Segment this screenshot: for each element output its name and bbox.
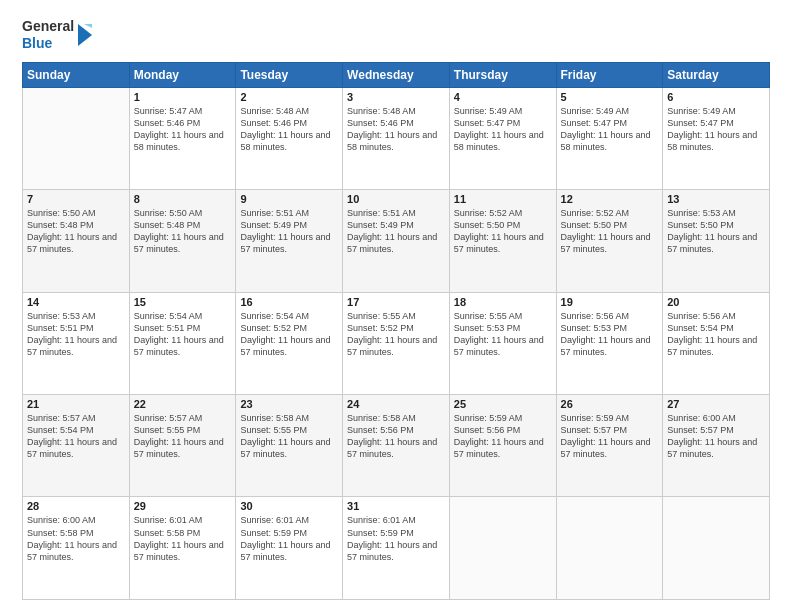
calendar-cell: 5 Sunrise: 5:49 AM Sunset: 5:47 PM Dayli… xyxy=(556,87,663,189)
cell-day-number: 26 xyxy=(561,398,659,410)
cell-day-number: 13 xyxy=(667,193,765,205)
calendar-cell: 21 Sunrise: 5:57 AM Sunset: 5:54 PM Dayl… xyxy=(23,395,130,497)
cell-info: Sunrise: 5:59 AM Sunset: 5:56 PM Dayligh… xyxy=(454,413,544,459)
cell-day-number: 29 xyxy=(134,500,232,512)
cell-day-number: 20 xyxy=(667,296,765,308)
page: General Blue SundayMondayTuesdayWednesda… xyxy=(0,0,792,612)
calendar-day-header: Thursday xyxy=(449,62,556,87)
cell-info: Sunrise: 5:52 AM Sunset: 5:50 PM Dayligh… xyxy=(561,208,651,254)
cell-info: Sunrise: 5:57 AM Sunset: 5:54 PM Dayligh… xyxy=(27,413,117,459)
cell-day-number: 11 xyxy=(454,193,552,205)
cell-day-number: 1 xyxy=(134,91,232,103)
calendar-cell: 13 Sunrise: 5:53 AM Sunset: 5:50 PM Dayl… xyxy=(663,190,770,292)
calendar-cell: 3 Sunrise: 5:48 AM Sunset: 5:46 PM Dayli… xyxy=(343,87,450,189)
cell-day-number: 8 xyxy=(134,193,232,205)
cell-info: Sunrise: 6:00 AM Sunset: 5:57 PM Dayligh… xyxy=(667,413,757,459)
calendar-cell: 15 Sunrise: 5:54 AM Sunset: 5:51 PM Dayl… xyxy=(129,292,236,394)
cell-day-number: 14 xyxy=(27,296,125,308)
calendar-header-row: SundayMondayTuesdayWednesdayThursdayFrid… xyxy=(23,62,770,87)
cell-day-number: 18 xyxy=(454,296,552,308)
calendar-week-row: 1 Sunrise: 5:47 AM Sunset: 5:46 PM Dayli… xyxy=(23,87,770,189)
calendar-week-row: 21 Sunrise: 5:57 AM Sunset: 5:54 PM Dayl… xyxy=(23,395,770,497)
cell-day-number: 12 xyxy=(561,193,659,205)
calendar-cell: 28 Sunrise: 6:00 AM Sunset: 5:58 PM Dayl… xyxy=(23,497,130,600)
cell-day-number: 19 xyxy=(561,296,659,308)
cell-day-number: 9 xyxy=(240,193,338,205)
cell-day-number: 27 xyxy=(667,398,765,410)
calendar-cell: 23 Sunrise: 5:58 AM Sunset: 5:55 PM Dayl… xyxy=(236,395,343,497)
calendar-cell: 31 Sunrise: 6:01 AM Sunset: 5:59 PM Dayl… xyxy=(343,497,450,600)
cell-info: Sunrise: 5:55 AM Sunset: 5:53 PM Dayligh… xyxy=(454,311,544,357)
calendar-cell: 10 Sunrise: 5:51 AM Sunset: 5:49 PM Dayl… xyxy=(343,190,450,292)
cell-info: Sunrise: 5:54 AM Sunset: 5:51 PM Dayligh… xyxy=(134,311,224,357)
cell-info: Sunrise: 5:50 AM Sunset: 5:48 PM Dayligh… xyxy=(134,208,224,254)
calendar-cell: 12 Sunrise: 5:52 AM Sunset: 5:50 PM Dayl… xyxy=(556,190,663,292)
calendar-day-header: Friday xyxy=(556,62,663,87)
cell-info: Sunrise: 5:56 AM Sunset: 5:53 PM Dayligh… xyxy=(561,311,651,357)
cell-info: Sunrise: 5:48 AM Sunset: 5:46 PM Dayligh… xyxy=(240,106,330,152)
cell-info: Sunrise: 5:59 AM Sunset: 5:57 PM Dayligh… xyxy=(561,413,651,459)
calendar-cell: 9 Sunrise: 5:51 AM Sunset: 5:49 PM Dayli… xyxy=(236,190,343,292)
cell-info: Sunrise: 5:50 AM Sunset: 5:48 PM Dayligh… xyxy=(27,208,117,254)
header: General Blue xyxy=(22,18,770,52)
cell-info: Sunrise: 5:53 AM Sunset: 5:51 PM Dayligh… xyxy=(27,311,117,357)
calendar-cell: 27 Sunrise: 6:00 AM Sunset: 5:57 PM Dayl… xyxy=(663,395,770,497)
cell-day-number: 31 xyxy=(347,500,445,512)
cell-day-number: 16 xyxy=(240,296,338,308)
calendar-cell: 8 Sunrise: 5:50 AM Sunset: 5:48 PM Dayli… xyxy=(129,190,236,292)
calendar-week-row: 7 Sunrise: 5:50 AM Sunset: 5:48 PM Dayli… xyxy=(23,190,770,292)
calendar-cell xyxy=(556,497,663,600)
cell-day-number: 24 xyxy=(347,398,445,410)
calendar-day-header: Saturday xyxy=(663,62,770,87)
cell-info: Sunrise: 6:01 AM Sunset: 5:58 PM Dayligh… xyxy=(134,515,224,561)
calendar-day-header: Sunday xyxy=(23,62,130,87)
calendar-cell: 24 Sunrise: 5:58 AM Sunset: 5:56 PM Dayl… xyxy=(343,395,450,497)
cell-day-number: 5 xyxy=(561,91,659,103)
cell-day-number: 3 xyxy=(347,91,445,103)
cell-day-number: 30 xyxy=(240,500,338,512)
cell-info: Sunrise: 5:49 AM Sunset: 5:47 PM Dayligh… xyxy=(667,106,757,152)
cell-info: Sunrise: 5:58 AM Sunset: 5:56 PM Dayligh… xyxy=(347,413,437,459)
cell-info: Sunrise: 5:54 AM Sunset: 5:52 PM Dayligh… xyxy=(240,311,330,357)
cell-info: Sunrise: 5:55 AM Sunset: 5:52 PM Dayligh… xyxy=(347,311,437,357)
cell-day-number: 28 xyxy=(27,500,125,512)
calendar-cell: 7 Sunrise: 5:50 AM Sunset: 5:48 PM Dayli… xyxy=(23,190,130,292)
calendar-day-header: Wednesday xyxy=(343,62,450,87)
cell-info: Sunrise: 5:53 AM Sunset: 5:50 PM Dayligh… xyxy=(667,208,757,254)
calendar-cell: 19 Sunrise: 5:56 AM Sunset: 5:53 PM Dayl… xyxy=(556,292,663,394)
calendar-day-header: Monday xyxy=(129,62,236,87)
cell-info: Sunrise: 6:01 AM Sunset: 5:59 PM Dayligh… xyxy=(347,515,437,561)
cell-info: Sunrise: 5:57 AM Sunset: 5:55 PM Dayligh… xyxy=(134,413,224,459)
calendar-cell: 16 Sunrise: 5:54 AM Sunset: 5:52 PM Dayl… xyxy=(236,292,343,394)
cell-day-number: 4 xyxy=(454,91,552,103)
calendar-cell: 29 Sunrise: 6:01 AM Sunset: 5:58 PM Dayl… xyxy=(129,497,236,600)
cell-day-number: 17 xyxy=(347,296,445,308)
cell-day-number: 2 xyxy=(240,91,338,103)
cell-day-number: 22 xyxy=(134,398,232,410)
calendar-cell: 11 Sunrise: 5:52 AM Sunset: 5:50 PM Dayl… xyxy=(449,190,556,292)
calendar-cell xyxy=(449,497,556,600)
cell-info: Sunrise: 5:56 AM Sunset: 5:54 PM Dayligh… xyxy=(667,311,757,357)
cell-day-number: 6 xyxy=(667,91,765,103)
calendar-cell: 25 Sunrise: 5:59 AM Sunset: 5:56 PM Dayl… xyxy=(449,395,556,497)
calendar-cell: 20 Sunrise: 5:56 AM Sunset: 5:54 PM Dayl… xyxy=(663,292,770,394)
cell-day-number: 10 xyxy=(347,193,445,205)
cell-info: Sunrise: 6:00 AM Sunset: 5:58 PM Dayligh… xyxy=(27,515,117,561)
cell-info: Sunrise: 5:49 AM Sunset: 5:47 PM Dayligh… xyxy=(454,106,544,152)
logo-chevron-icon xyxy=(76,20,96,50)
svg-marker-1 xyxy=(84,24,92,28)
svg-marker-0 xyxy=(78,24,92,46)
calendar-day-header: Tuesday xyxy=(236,62,343,87)
calendar-cell: 18 Sunrise: 5:55 AM Sunset: 5:53 PM Dayl… xyxy=(449,292,556,394)
calendar-cell: 1 Sunrise: 5:47 AM Sunset: 5:46 PM Dayli… xyxy=(129,87,236,189)
logo: General Blue xyxy=(22,18,96,52)
cell-info: Sunrise: 5:47 AM Sunset: 5:46 PM Dayligh… xyxy=(134,106,224,152)
cell-info: Sunrise: 5:49 AM Sunset: 5:47 PM Dayligh… xyxy=(561,106,651,152)
calendar-table: SundayMondayTuesdayWednesdayThursdayFrid… xyxy=(22,62,770,600)
calendar-cell: 14 Sunrise: 5:53 AM Sunset: 5:51 PM Dayl… xyxy=(23,292,130,394)
calendar-cell xyxy=(23,87,130,189)
cell-day-number: 21 xyxy=(27,398,125,410)
cell-info: Sunrise: 5:51 AM Sunset: 5:49 PM Dayligh… xyxy=(347,208,437,254)
calendar-cell: 4 Sunrise: 5:49 AM Sunset: 5:47 PM Dayli… xyxy=(449,87,556,189)
calendar-cell: 22 Sunrise: 5:57 AM Sunset: 5:55 PM Dayl… xyxy=(129,395,236,497)
